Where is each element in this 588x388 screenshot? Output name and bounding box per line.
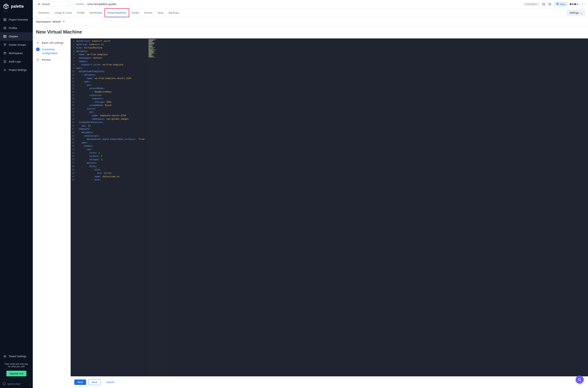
sidebar-item-label: Cluster Groups	[9, 43, 26, 46]
tab-virtual-machines[interactable]: Virtual Machines	[105, 8, 129, 17]
step-label: Customize configuration	[42, 48, 67, 55]
settings-button[interactable]: Settings ⌄	[567, 10, 585, 16]
docs-label: Docs	[560, 3, 565, 6]
bar-chart-icon	[38, 2, 40, 6]
svg-point-27	[578, 378, 581, 381]
sidebar-item-label: Tenant Settings	[9, 355, 26, 358]
compass-icon[interactable]	[548, 2, 552, 6]
svg-point-9	[4, 44, 4, 45]
settings-label: Settings	[569, 11, 579, 14]
chevron-left-icon: ‹	[29, 383, 30, 385]
sidebar-item-project-overview[interactable]: Project Overview	[0, 16, 33, 24]
namespace-value: default	[52, 20, 61, 23]
page-title: New Virtual Machine	[33, 26, 588, 38]
version-label: 4.2.9	[0, 10, 33, 16]
sidebar-item-audit-logs[interactable]: Audit Logs	[0, 57, 33, 66]
spectro-icon	[2, 382, 6, 386]
promo-line: Start small and only pay	[2, 363, 30, 365]
sliders-icon	[3, 355, 7, 358]
breadcrumbs: / Clusters / vmo-templates-guide	[74, 2, 116, 6]
cancel-button[interactable]: Cancel	[103, 379, 118, 385]
chevron-down-icon: ⌄	[68, 3, 70, 6]
svg-rect-1	[5, 18, 6, 20]
svg-point-22	[6, 357, 6, 357]
gear-icon	[3, 68, 7, 72]
sidebar-item-clusters[interactable]: Clusters	[0, 32, 33, 41]
usage-sparkline[interactable]	[570, 3, 585, 5]
tenant-select[interactable]: Default ⌄	[36, 1, 72, 7]
wizard-actions: Next Back Cancel	[71, 376, 588, 388]
topbar-right: 0.55/100kCh Docs	[523, 2, 585, 7]
wizard-step-2[interactable]: 2Customize configuration	[36, 46, 67, 56]
sidebar-item-label: Project Settings	[9, 69, 26, 72]
cluster-groups-icon	[3, 43, 7, 47]
step-label: Basic VM settings	[42, 41, 64, 45]
breadcrumb-sep: /	[74, 3, 75, 6]
overview-icon	[3, 18, 7, 21]
tab-nodes[interactable]: Nodes	[129, 8, 142, 17]
footer-brand[interactable]: spectro cloud ‹	[0, 380, 33, 388]
clusters-icon	[3, 35, 7, 38]
step-number: 2	[36, 48, 40, 51]
svg-point-16	[4, 70, 5, 71]
help-fab[interactable]	[576, 376, 584, 384]
tab-scan[interactable]: Scan	[155, 8, 166, 17]
tabs: OverviewUsage & CostsProfileWorkloadsVir…	[33, 8, 588, 17]
next-button[interactable]: Next	[74, 379, 86, 385]
wizard-steps: 1Basic VM settings2Customize configurati…	[33, 38, 71, 388]
sidebar-item-cluster-groups[interactable]: Cluster Groups	[0, 41, 33, 49]
tab-profile[interactable]: Profile	[74, 8, 87, 17]
svg-point-20	[4, 357, 4, 357]
tab-events[interactable]: Events	[142, 8, 155, 17]
back-button[interactable]: Back	[88, 379, 101, 385]
svg-point-4	[4, 27, 6, 28]
sidebar-item-project-settings[interactable]: Project Settings	[0, 66, 33, 74]
breadcrumb-sep: /	[86, 3, 86, 6]
upgrade-button[interactable]: Upgrade now	[6, 371, 26, 376]
namespace-selector[interactable]: Namespace: default ▾	[33, 17, 588, 26]
namespace-label: Namespace:	[36, 20, 51, 23]
sidebar-item-tenant-settings[interactable]: Tenant Settings	[0, 352, 33, 361]
yaml-editor[interactable]: 1234567891011121314151617181920212223242…	[71, 38, 588, 376]
logo-icon	[3, 3, 9, 9]
docs-button[interactable]: Docs	[554, 2, 568, 7]
tab-overview[interactable]: Overview	[36, 8, 52, 17]
tab-backups[interactable]: Backups	[166, 8, 181, 17]
breadcrumb-parent[interactable]: Clusters	[76, 3, 85, 5]
main: Default ⌄ / Clusters / vmo-templates-gui…	[33, 0, 588, 388]
svg-point-7	[4, 36, 4, 36]
svg-rect-24	[39, 3, 39, 5]
svg-line-28	[580, 380, 581, 381]
svg-point-26	[548, 3, 551, 5]
tab-usage-costs[interactable]: Usage & Costs	[52, 8, 74, 17]
svg-rect-2	[4, 20, 5, 21]
chat-icon[interactable]	[542, 2, 545, 6]
step-label: Review	[42, 58, 51, 62]
wizard-step-1[interactable]: 1Basic VM settings	[36, 40, 67, 46]
credits-pill[interactable]: 0.55/100kCh	[523, 2, 539, 6]
svg-point-8	[4, 37, 4, 37]
chevron-down-icon: ⌄	[580, 11, 582, 14]
tab-workloads[interactable]: Workloads	[87, 8, 105, 17]
step-number: 3	[36, 58, 40, 62]
workspaces-icon	[3, 51, 7, 55]
breadcrumb-current: vmo-templates-guide	[87, 2, 116, 6]
svg-point-11	[4, 45, 5, 46]
svg-rect-23	[38, 4, 38, 5]
sidebar-item-workspaces[interactable]: Workspaces	[0, 49, 33, 57]
sidebar-bottom: Tenant Settings Start small and only pay…	[0, 352, 33, 388]
logo-text: palette	[11, 4, 24, 9]
sidebar-item-label: Profiles	[9, 26, 17, 29]
wizard-step-3[interactable]: 3Review	[36, 56, 67, 63]
editor-code[interactable]: apiVersion: kubevirt.io/v1apiGroup: kube…	[76, 38, 147, 376]
sidebar-item-label: Workspaces	[9, 52, 23, 55]
promo-text: Start small and only pay for what you us…	[0, 361, 33, 370]
svg-rect-25	[40, 3, 40, 5]
sidebar-item-label: Project Overview	[9, 18, 28, 21]
sidebar-item-profiles[interactable]: Profiles	[0, 24, 33, 32]
editor-minimap[interactable]	[147, 38, 167, 376]
tenant-name: Default	[42, 3, 50, 6]
chevron-down-icon: ▾	[63, 20, 65, 23]
promo-line: for what you use!	[2, 365, 30, 368]
svg-rect-3	[5, 20, 6, 21]
